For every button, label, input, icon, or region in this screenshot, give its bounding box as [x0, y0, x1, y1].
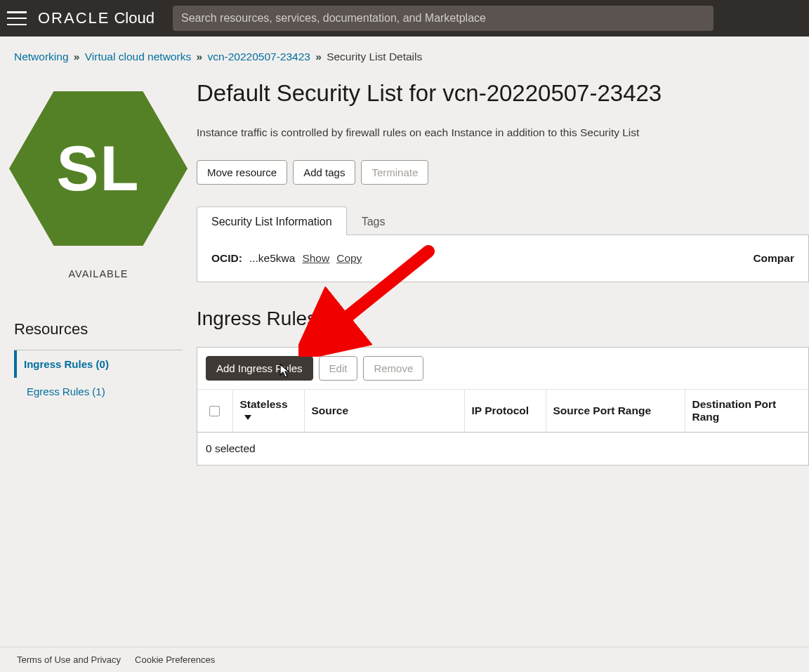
left-column: SL AVAILABLE Resources Ingress Rules (0)…	[0, 80, 197, 419]
resources-heading: Resources	[14, 320, 183, 350]
sidebar-item-ingress-rules[interactable]: Ingress Rules (0)	[14, 350, 183, 378]
sort-caret-down-icon	[244, 415, 251, 420]
top-bar: ORACLE Cloud	[0, 0, 809, 37]
action-button-row: Move resource Add tags Terminate	[197, 160, 809, 185]
table-empty-row: 0 selected	[197, 433, 808, 466]
brand-logo[interactable]: ORACLE Cloud	[38, 9, 154, 27]
tab-panel-info: OCID: ...ke5kwa Show Copy Compar	[197, 235, 809, 282]
edit-button[interactable]: Edit	[319, 356, 358, 381]
col-dest-port-range[interactable]: Destination Port Rang	[685, 390, 808, 433]
menu-icon[interactable]	[7, 11, 27, 25]
footer: Terms of Use and Privacy Cookie Preferen…	[0, 647, 809, 672]
col-source-port-range[interactable]: Source Port Range	[546, 390, 685, 433]
compartment-label: Compar	[753, 252, 794, 265]
ingress-heading: Ingress Rules	[197, 308, 809, 330]
ingress-table-container: Add Ingress Rules Edit Remove Stateless …	[197, 347, 809, 466]
terminate-button[interactable]: Terminate	[361, 160, 428, 185]
breadcrumb-sep-icon: »	[74, 51, 80, 62]
footer-cookies-link[interactable]: Cookie Preferences	[135, 654, 215, 665]
ingress-toolbar: Add Ingress Rules Edit Remove	[197, 348, 808, 390]
col-ip-protocol[interactable]: IP Protocol	[464, 390, 546, 433]
search-input[interactable]	[173, 6, 713, 31]
ocid-copy-link[interactable]: Copy	[336, 252, 362, 265]
footer-terms-link[interactable]: Terms of Use and Privacy	[17, 654, 121, 665]
page-title: Default Security List for vcn-20220507-2…	[197, 80, 809, 107]
breadcrumb-sep-icon: »	[196, 51, 202, 62]
tab-tags[interactable]: Tags	[347, 206, 400, 235]
ocid-label: OCID:	[211, 252, 242, 265]
breadcrumb-current: Security List Details	[327, 51, 422, 62]
add-tags-button[interactable]: Add tags	[293, 160, 355, 185]
main-content: Default Security List for vcn-20220507-2…	[197, 80, 809, 480]
move-resource-button[interactable]: Move resource	[197, 160, 287, 185]
breadcrumb: Networking » Virtual cloud networks » vc…	[0, 37, 809, 80]
page-description: Instance traffic is controlled by firewa…	[197, 126, 809, 139]
tab-bar: Security List Information Tags	[197, 206, 809, 235]
resource-hexagon-icon: SL	[9, 91, 188, 246]
brand-oracle-text: ORACLE	[38, 9, 110, 27]
remove-button[interactable]: Remove	[363, 356, 423, 381]
ocid-value: ...ke5kwa	[249, 252, 295, 265]
table-header-row: Stateless Source IP Protocol Source Port…	[197, 390, 808, 433]
hexagon-initials: SL	[56, 133, 140, 205]
col-stateless[interactable]: Stateless	[232, 390, 304, 433]
resource-status: AVAILABLE	[68, 268, 128, 279]
breadcrumb-vcn-list[interactable]: Virtual cloud networks	[85, 51, 191, 62]
breadcrumb-vcn[interactable]: vcn-20220507-23423	[207, 51, 310, 62]
breadcrumb-networking[interactable]: Networking	[14, 51, 69, 62]
search-container	[173, 6, 713, 31]
tab-security-list-info[interactable]: Security List Information	[197, 206, 347, 235]
selected-count: 0 selected	[197, 433, 808, 466]
sidebar-item-egress-rules[interactable]: Egress Rules (1)	[14, 378, 183, 405]
add-ingress-rules-button[interactable]: Add Ingress Rules	[206, 356, 313, 381]
ocid-show-link[interactable]: Show	[302, 252, 329, 265]
col-source[interactable]: Source	[304, 390, 464, 433]
ingress-table: Stateless Source IP Protocol Source Port…	[197, 390, 808, 465]
brand-cloud-text: Cloud	[114, 9, 154, 27]
select-all-checkbox[interactable]	[209, 406, 220, 416]
breadcrumb-sep-icon: »	[315, 51, 322, 62]
